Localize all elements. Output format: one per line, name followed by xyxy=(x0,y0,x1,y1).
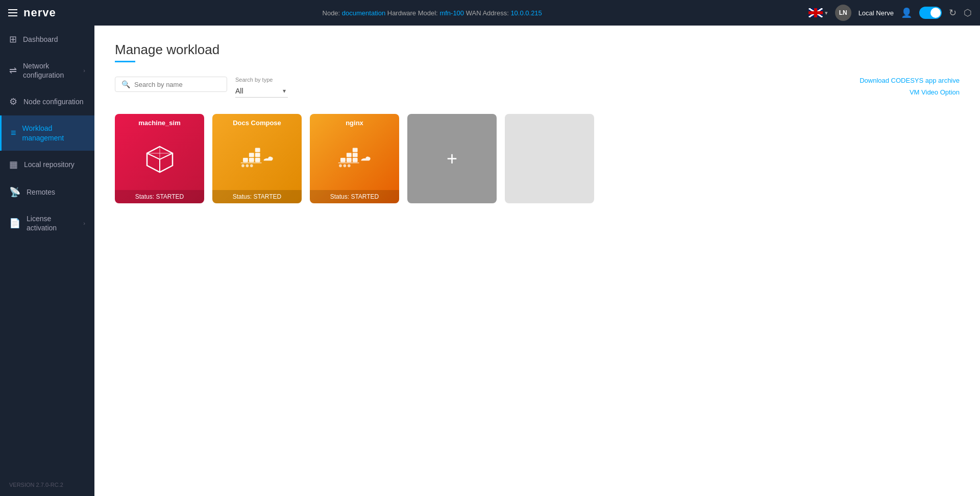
download-codesys-link[interactable]: Download CODESYS app archive xyxy=(860,77,960,84)
menu-icon[interactable] xyxy=(8,9,17,16)
topbar-right: ▾ LN Local Nerve 👤 ↻ ⬡ xyxy=(808,5,972,21)
sidebar-label-workload-management: Workload management xyxy=(22,124,85,142)
vm-video-link[interactable]: VM Video Option xyxy=(910,88,960,96)
hw-label: Hardware Model: xyxy=(387,9,438,17)
sidebar-label-dashboard: Dashboard xyxy=(23,35,85,44)
card-icon-nginx xyxy=(337,129,373,190)
sidebar-item-dashboard[interactable]: ⊞ Dashboard xyxy=(0,26,94,53)
svg-rect-16 xyxy=(352,148,357,152)
svg-rect-13 xyxy=(352,158,357,162)
sidebar: ⊞ Dashboard ⇌ Network configuration › ⚙ … xyxy=(0,26,94,496)
svg-point-10 xyxy=(250,164,253,167)
chevron-right-icon: › xyxy=(83,67,85,74)
flag-uk-icon xyxy=(808,8,823,17)
sidebar-item-remotes[interactable]: 📡 Remotes xyxy=(0,178,94,206)
node-name[interactable]: documentation xyxy=(342,9,385,17)
svg-point-9 xyxy=(246,164,249,167)
hardware-model[interactable]: mfn-100 xyxy=(439,9,464,17)
dashboard-icon: ⊞ xyxy=(9,34,17,45)
filter-label: Search by type xyxy=(235,77,288,83)
card-status-nginx: Status: STARTED xyxy=(310,190,399,203)
local-repository-icon: ▦ xyxy=(9,159,18,170)
sidebar-label-license-activation: License activation xyxy=(27,214,77,232)
chevron-right-icon: › xyxy=(83,220,85,226)
node-label: Node: xyxy=(323,9,340,17)
search-input[interactable] xyxy=(134,81,220,88)
page-title: Manage workload xyxy=(115,42,960,58)
workload-management-icon: ≡ xyxy=(11,128,16,138)
chevron-down-icon: ▾ xyxy=(283,87,286,95)
logo-text: nerve xyxy=(23,6,56,19)
card-icon-docs-compose xyxy=(239,129,275,190)
svg-rect-11 xyxy=(340,158,346,162)
workload-card-machine_sim[interactable]: machine_sim Status: STARTED xyxy=(115,114,204,203)
node-info: Node: documentation Hardware Model: mfn-… xyxy=(62,9,802,17)
add-workload-button[interactable]: + xyxy=(407,114,497,203)
language-selector[interactable]: ▾ xyxy=(808,8,828,17)
card-status-docs-compose: Status: STARTED xyxy=(212,190,302,203)
chevron-down-icon: ▾ xyxy=(825,10,828,16)
wan-address[interactable]: 10.0.0.215 xyxy=(510,9,542,17)
svg-rect-3 xyxy=(255,158,260,162)
logout-icon[interactable]: ⬡ xyxy=(964,7,972,18)
svg-point-20 xyxy=(348,164,351,167)
card-status-machine_sim: Status: STARTED xyxy=(115,190,204,203)
wan-label: WAN Address: xyxy=(466,9,509,17)
empty-card xyxy=(505,114,594,203)
user-icon[interactable]: 👤 xyxy=(901,7,912,18)
type-select[interactable]: All Docker VM CODESYS xyxy=(235,87,281,95)
card-name-nginx: nginx xyxy=(310,114,399,129)
network-configuration-icon: ⇌ xyxy=(9,65,17,76)
svg-rect-2 xyxy=(249,158,254,162)
topbar: nerve Node: documentation Hardware Model… xyxy=(0,0,980,26)
search-box[interactable]: 🔍 xyxy=(115,77,227,92)
local-nerve-label: Local Nerve xyxy=(859,9,894,17)
search-icon: 🔍 xyxy=(121,80,130,88)
sidebar-item-license-activation[interactable]: 📄 License activation › xyxy=(0,206,94,241)
logo: nerve xyxy=(23,6,56,19)
remotes-icon: 📡 xyxy=(9,186,20,198)
right-actions: Download CODESYS app archive VM Video Op… xyxy=(860,77,960,96)
svg-point-19 xyxy=(343,164,346,167)
svg-point-18 xyxy=(339,164,342,167)
license-activation-icon: 📄 xyxy=(9,218,20,229)
main-content: Manage workload 🔍 Search by type All Doc… xyxy=(94,26,980,496)
svg-rect-4 xyxy=(249,153,254,157)
sidebar-label-local-repository: Local repository xyxy=(24,160,85,169)
sidebar-label-node-configuration: Node configuration xyxy=(23,97,85,106)
svg-point-8 xyxy=(241,164,244,167)
svg-rect-14 xyxy=(346,153,351,157)
refresh-icon[interactable]: ↻ xyxy=(949,7,957,18)
svg-rect-1 xyxy=(243,158,248,162)
ln-avatar[interactable]: LN xyxy=(835,5,851,21)
workload-card-docs-compose[interactable]: Docs Compose Status: STARTED xyxy=(212,114,302,203)
sidebar-item-local-repository[interactable]: ▦ Local repository xyxy=(0,151,94,178)
svg-rect-6 xyxy=(255,148,260,152)
sidebar-item-network-configuration[interactable]: ⇌ Network configuration › xyxy=(0,53,94,88)
type-filter: Search by type All Docker VM CODESYS ▾ xyxy=(235,77,288,98)
version-label: VERSION 2.7.0-RC.2 xyxy=(0,474,94,496)
toggle-switch[interactable] xyxy=(919,7,942,19)
title-underline xyxy=(115,61,135,62)
svg-rect-12 xyxy=(346,158,351,162)
card-name-docs-compose: Docs Compose xyxy=(212,114,302,129)
sidebar-label-remotes: Remotes xyxy=(27,187,85,197)
card-name-machine_sim: machine_sim xyxy=(115,114,204,129)
node-configuration-icon: ⚙ xyxy=(9,96,17,107)
workload-card-nginx[interactable]: nginx Status: STARTED xyxy=(310,114,399,203)
sidebar-item-node-configuration[interactable]: ⚙ Node configuration xyxy=(0,88,94,115)
card-icon-machine_sim xyxy=(144,129,175,190)
workload-grid: machine_sim Status: STARTED Docs Compose… xyxy=(115,114,960,203)
sidebar-item-workload-management[interactable]: ≡ Workload management xyxy=(0,115,94,150)
svg-rect-5 xyxy=(255,153,260,157)
sidebar-label-network-configuration: Network configuration xyxy=(23,61,77,80)
svg-rect-15 xyxy=(352,153,357,157)
